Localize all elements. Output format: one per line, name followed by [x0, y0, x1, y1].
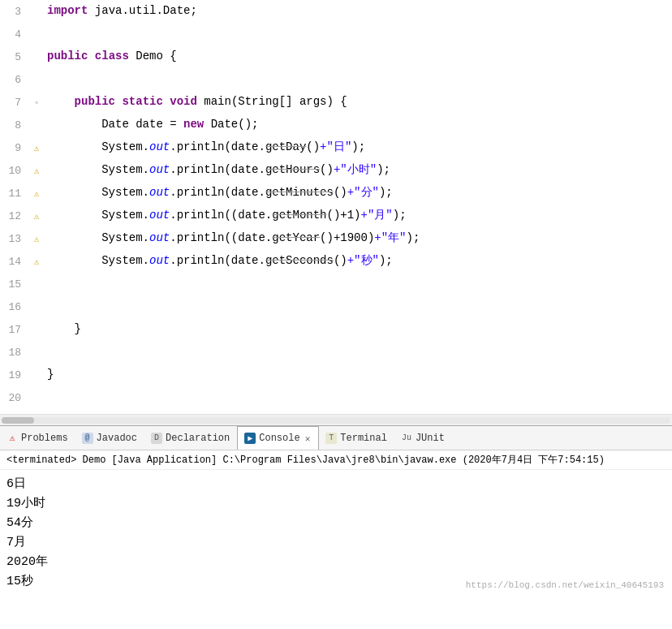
- code-content: public static void main(String[] args) {: [44, 91, 672, 114]
- tab-javadoc-label: Javadoc: [97, 433, 137, 444]
- line-number: 4: [0, 23, 29, 45]
- line-icon: ⚠: [29, 182, 44, 205]
- line-number: 9: [0, 136, 29, 159]
- line-number: 5: [0, 45, 29, 68]
- line-icon: ⚠: [29, 250, 44, 273]
- output-line-2: 19小时: [6, 494, 666, 514]
- line-icon: ⚠: [29, 227, 44, 250]
- line-number: 13: [0, 227, 29, 250]
- code-content: [44, 23, 672, 45]
- scrollbar-thumb: [2, 417, 34, 424]
- problems-icon: ⚠: [6, 433, 18, 444]
- code-content: System.out.println(date.getHours()+"小时")…: [44, 159, 672, 182]
- code-content: import java.util.Date;: [44, 0, 672, 23]
- table-row: 4: [0, 23, 672, 45]
- line-icon: [29, 318, 44, 341]
- line-number: 18: [0, 341, 29, 364]
- table-row: 7 ◦ public static void main(String[] arg…: [0, 91, 672, 114]
- line-number: 8: [0, 114, 29, 136]
- code-content: System.out.println((date.getMonth()+1)+"…: [44, 205, 672, 227]
- watermark: https://blog.csdn.net/weixin_40645193: [466, 580, 664, 590]
- console-icon: ▶: [244, 433, 256, 444]
- code-content: System.out.println((date.getYear()+1900)…: [44, 227, 672, 250]
- code-content: public class Demo {: [44, 45, 672, 68]
- table-row: 6: [0, 68, 672, 91]
- line-number: 15: [0, 273, 29, 295]
- line-icon: [29, 386, 44, 409]
- line-number: 6: [0, 68, 29, 91]
- tab-junit[interactable]: Ju JUnit: [394, 426, 452, 450]
- editor-scrollbar[interactable]: [0, 414, 672, 425]
- tab-console[interactable]: ▶ Console ✕: [237, 426, 319, 450]
- declaration-icon: D: [151, 433, 162, 444]
- table-row: 15: [0, 273, 672, 295]
- tab-declaration[interactable]: D Declaration: [144, 426, 237, 450]
- tab-console-label: Console: [259, 433, 299, 444]
- table-row: 10 ⚠ System.out.println(date.getHours()+…: [0, 159, 672, 182]
- line-number: 3: [0, 0, 29, 23]
- tab-bar: ⚠ Problems @ Javadoc D Declaration ▶ Con…: [0, 426, 672, 450]
- line-number: 19: [0, 364, 29, 386]
- console-status: <terminated> Demo [Java Application] C:\…: [0, 450, 672, 470]
- line-icon: [29, 273, 44, 295]
- tab-javadoc[interactable]: @ Javadoc: [75, 426, 144, 450]
- line-icon: ⚠: [29, 205, 44, 227]
- tab-declaration-label: Declaration: [166, 433, 230, 444]
- output-line-4: 7月: [6, 533, 666, 553]
- tab-junit-label: JUnit: [416, 433, 445, 444]
- junit-icon: Ju: [401, 433, 412, 444]
- editor-area: 3 import java.util.Date; 4 5 public clas…: [0, 0, 672, 414]
- scrollbar-track: [2, 417, 670, 424]
- table-row: 20: [0, 386, 672, 409]
- line-number: 20: [0, 386, 29, 409]
- line-icon: [29, 23, 44, 45]
- code-content: Date date = new Date();: [44, 114, 672, 136]
- line-icon: ⚠: [29, 136, 44, 159]
- code-content: System.out.println(date.getMinutes()+"分"…: [44, 182, 672, 205]
- line-number: 12: [0, 205, 29, 227]
- output-line-3: 54分: [6, 514, 666, 533]
- table-row: 3 import java.util.Date;: [0, 0, 672, 23]
- tab-problems[interactable]: ⚠ Problems: [0, 426, 75, 450]
- line-number: 14: [0, 250, 29, 273]
- table-row: 17 }: [0, 318, 672, 341]
- line-icon: [29, 364, 44, 386]
- code-content: [44, 68, 672, 91]
- table-row: 11 ⚠ System.out.println(date.getMinutes(…: [0, 182, 672, 205]
- tab-problems-label: Problems: [21, 433, 68, 444]
- code-content: System.out.println(date.getDay()+"日");: [44, 136, 672, 159]
- table-row: 19 }: [0, 364, 672, 386]
- table-row: 5 public class Demo {: [0, 45, 672, 68]
- line-number: 11: [0, 182, 29, 205]
- code-content: [44, 341, 672, 364]
- line-icon: ◦: [29, 91, 44, 114]
- terminal-icon: T: [325, 433, 337, 444]
- table-row: 9 ⚠ System.out.println(date.getDay()+"日"…: [0, 136, 672, 159]
- tab-terminal-label: Terminal: [340, 433, 387, 444]
- table-row: 13 ⚠ System.out.println((date.getYear()+…: [0, 227, 672, 250]
- line-icon: ⚠: [29, 159, 44, 182]
- line-number: 16: [0, 295, 29, 318]
- javadoc-icon: @: [82, 433, 93, 444]
- line-icon: [29, 45, 44, 68]
- bottom-panel: ⚠ Problems @ Javadoc D Declaration ▶ Con…: [0, 425, 672, 597]
- output-line-5: 2020年: [6, 553, 666, 572]
- code-content: }: [44, 364, 672, 386]
- line-number: 17: [0, 318, 29, 341]
- line-icon: [29, 295, 44, 318]
- console-close-button[interactable]: ✕: [304, 433, 312, 445]
- table-row: 18: [0, 341, 672, 364]
- table-row: 16: [0, 295, 672, 318]
- line-icon: [29, 68, 44, 91]
- table-row: 14 ⚠ System.out.println(date.getSeconds(…: [0, 250, 672, 273]
- code-table: 3 import java.util.Date; 4 5 public clas…: [0, 0, 672, 409]
- output-line-1: 6日: [6, 475, 666, 494]
- tab-terminal[interactable]: T Terminal: [319, 426, 394, 450]
- code-content: [44, 273, 672, 295]
- line-icon: [29, 0, 44, 23]
- code-content: }: [44, 318, 672, 341]
- line-icon: [29, 341, 44, 364]
- line-icon: [29, 114, 44, 136]
- code-content: [44, 295, 672, 318]
- console-output: 6日 19小时 54分 7月 2020年 15秒: [0, 470, 672, 597]
